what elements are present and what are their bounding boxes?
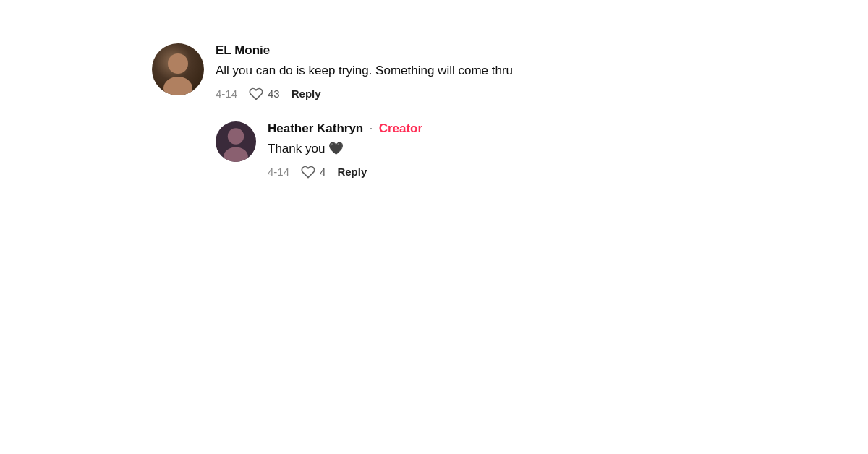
comment-username-row: Heather Kathryn · Creator [268, 121, 422, 136]
comment-body: Heather Kathryn · Creator Thank you 🖤 4-… [268, 121, 422, 179]
comment-text: Thank you 🖤 [268, 140, 422, 158]
heart-icon [301, 165, 315, 179]
comment-row: EL Monie All you can do is keep trying. … [152, 43, 716, 101]
like-count: 43 [268, 87, 280, 100]
creator-badge: Creator [379, 121, 422, 135]
heart-icon [249, 87, 263, 101]
separator: · [370, 122, 373, 134]
avatar [216, 121, 256, 162]
comment-body: EL Monie All you can do is keep trying. … [216, 43, 513, 101]
reply-button[interactable]: Reply [337, 166, 367, 178]
comment-date: 4-14 [216, 87, 237, 100]
comment-username: EL Monie [216, 43, 513, 58]
like-button[interactable]: 4 [301, 165, 326, 179]
comment-date: 4-14 [268, 166, 289, 178]
comment-meta: 4-14 4 Reply [268, 165, 422, 179]
comment-meta: 4-14 43 Reply [216, 87, 513, 101]
comments-container: EL Monie All you can do is keep trying. … [152, 43, 716, 179]
reply-button[interactable]: Reply [292, 87, 321, 100]
reply-row: Heather Kathryn · Creator Thank you 🖤 4-… [216, 121, 716, 179]
like-count: 4 [320, 166, 326, 178]
like-button[interactable]: 43 [249, 87, 280, 101]
comment-text: All you can do is keep trying. Something… [216, 62, 513, 80]
avatar [152, 43, 204, 95]
